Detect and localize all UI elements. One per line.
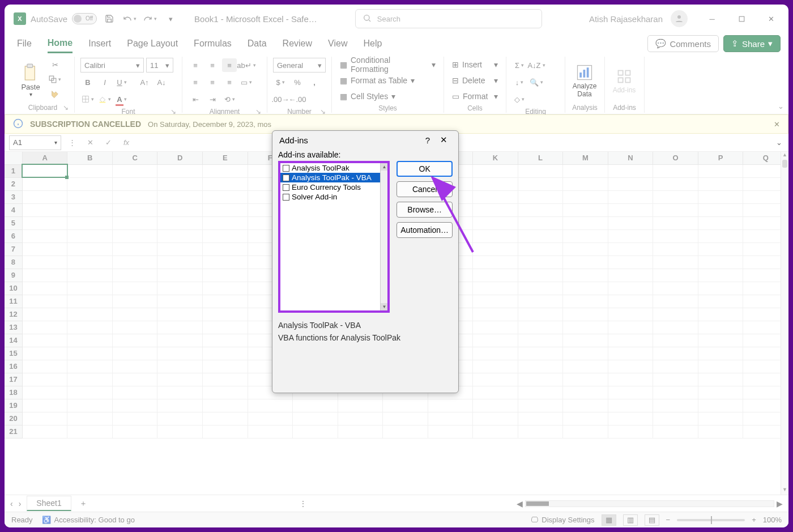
cell[interactable] <box>653 399 698 412</box>
row-header[interactable]: 12 <box>5 308 22 321</box>
cell[interactable] <box>157 216 203 229</box>
insert-cells-button[interactable]: ⊞Insert▾ <box>450 58 500 71</box>
clear-icon[interactable]: ◇ <box>512 92 527 106</box>
column-header[interactable]: D <box>157 152 203 164</box>
cell[interactable] <box>67 308 113 321</box>
cell[interactable] <box>67 399 113 412</box>
cell[interactable] <box>112 164 157 177</box>
cell-styles-button[interactable]: ▦Cell Styles ▾ <box>338 90 438 103</box>
cell[interactable] <box>518 360 563 373</box>
cell[interactable] <box>473 360 518 373</box>
row-header[interactable]: 19 <box>5 399 22 412</box>
listbox-scrollbar[interactable]: ▲ ▼ <box>380 163 387 310</box>
row-header[interactable]: 21 <box>5 425 22 438</box>
fill-icon[interactable]: ↓ <box>512 75 527 89</box>
tab-help[interactable]: Help <box>363 35 382 52</box>
name-box[interactable]: A1▾ <box>9 135 61 150</box>
cell[interactable] <box>653 164 698 177</box>
cell[interactable] <box>608 308 653 321</box>
bold-icon[interactable]: B <box>80 75 95 89</box>
cell[interactable] <box>203 373 248 386</box>
cell[interactable] <box>203 190 248 203</box>
cell[interactable] <box>608 334 653 347</box>
cell[interactable] <box>473 229 518 242</box>
cell[interactable] <box>203 269 248 282</box>
cell[interactable] <box>653 269 698 282</box>
cell[interactable] <box>653 308 698 321</box>
cell[interactable] <box>653 425 698 438</box>
cell[interactable] <box>428 425 473 438</box>
cell[interactable] <box>473 177 518 190</box>
font-name-select[interactable]: Calibri▾ <box>80 58 144 73</box>
cell[interactable] <box>563 242 608 256</box>
cell[interactable] <box>518 425 563 438</box>
cell[interactable] <box>22 399 67 412</box>
cell[interactable] <box>112 177 157 190</box>
minimize-button[interactable]: ─ <box>704 10 720 27</box>
cell[interactable] <box>608 190 653 203</box>
cell[interactable] <box>473 164 518 177</box>
scroll-up-icon[interactable]: ▲ <box>781 152 788 160</box>
cell[interactable] <box>518 412 563 425</box>
cell[interactable] <box>473 269 518 282</box>
cell[interactable] <box>473 347 518 360</box>
zoom-in-button[interactable]: + <box>752 516 756 524</box>
cell[interactable] <box>22 203 67 216</box>
cell[interactable] <box>563 412 608 425</box>
autosave-toggle[interactable]: Off <box>72 13 97 24</box>
cell[interactable] <box>203 295 248 308</box>
addin-item[interactable]: Euro Currency Tools <box>280 182 387 192</box>
cell[interactable] <box>563 308 608 321</box>
cell[interactable] <box>112 203 157 216</box>
cell[interactable] <box>112 229 157 242</box>
cell[interactable] <box>563 256 608 269</box>
cell[interactable] <box>473 425 518 438</box>
cell[interactable] <box>698 203 743 216</box>
enter-formula-icon[interactable]: ✓ <box>101 136 116 150</box>
dialog-close-button[interactable]: ✕ <box>436 133 451 147</box>
wrap-text-icon[interactable]: ab↵ <box>239 58 254 72</box>
cell[interactable] <box>563 334 608 347</box>
italic-icon[interactable]: I <box>97 75 112 89</box>
checkbox[interactable] <box>283 175 289 181</box>
cell[interactable] <box>22 256 67 269</box>
column-header[interactable]: K <box>473 152 518 164</box>
cell[interactable] <box>248 425 293 438</box>
cell[interactable] <box>563 203 608 216</box>
cell[interactable] <box>157 229 203 242</box>
cell[interactable] <box>203 399 248 412</box>
row-header[interactable]: 16 <box>5 360 22 373</box>
decrease-decimal-icon[interactable]: ←.00 <box>290 92 305 106</box>
cell[interactable] <box>112 360 157 373</box>
cell[interactable] <box>112 321 157 334</box>
align-top-icon[interactable]: ≡ <box>188 58 203 72</box>
row-header[interactable]: 5 <box>5 216 22 229</box>
cell[interactable] <box>157 177 203 190</box>
cell[interactable] <box>67 373 113 386</box>
collapse-ribbon-icon[interactable]: ⌄ <box>778 102 784 110</box>
column-header[interactable]: B <box>67 152 113 164</box>
cell[interactable] <box>112 399 157 412</box>
cell[interactable] <box>698 334 743 347</box>
cell[interactable] <box>338 412 383 425</box>
cell[interactable] <box>67 216 113 229</box>
horizontal-scrollbar[interactable]: ◀ ▶ <box>517 500 783 508</box>
cell[interactable] <box>22 425 67 438</box>
automation-button[interactable]: Automation… <box>396 222 453 238</box>
cell[interactable] <box>203 229 248 242</box>
increase-indent-icon[interactable]: ⇥ <box>205 92 220 106</box>
cell[interactable] <box>518 386 563 399</box>
cell[interactable] <box>383 425 428 438</box>
cell[interactable] <box>22 164 67 177</box>
checkbox[interactable] <box>283 184 289 191</box>
cell[interactable] <box>22 190 67 203</box>
decrease-indent-icon[interactable]: ⇤ <box>188 92 203 106</box>
cell[interactable] <box>248 412 293 425</box>
cell[interactable] <box>698 190 743 203</box>
cell[interactable] <box>22 373 67 386</box>
cell[interactable] <box>157 295 203 308</box>
cell[interactable] <box>22 282 67 295</box>
tab-insert[interactable]: Insert <box>88 35 111 52</box>
cell[interactable] <box>22 295 67 308</box>
cell[interactable] <box>518 373 563 386</box>
